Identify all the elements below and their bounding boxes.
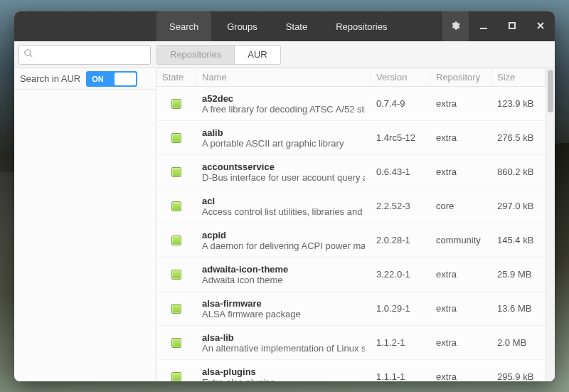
package-size: 295.9 kB [491, 371, 546, 381]
package-name-cell: aclAccess control list utilities, librar… [196, 196, 371, 217]
package-name-cell: accountsserviceD-Bus interface for user … [196, 161, 371, 183]
svg-rect-1 [509, 23, 515, 28]
toolbar: Repositories AUR [14, 41, 555, 68]
search-in-aur-toggle[interactable]: ON [86, 71, 137, 87]
settings-button[interactable] [441, 11, 469, 41]
package-repository: extra [430, 98, 491, 109]
table-row[interactable]: acpidA daemon for delivering ACPI power … [156, 223, 546, 258]
package-size: 13.6 MB [491, 303, 546, 314]
gear-icon [450, 21, 460, 33]
table-row[interactable]: alsa-libAn alternative implementation of… [156, 326, 546, 360]
package-installed-checkbox[interactable] [171, 304, 181, 314]
scrollbar-thumb[interactable] [548, 70, 553, 112]
table-row[interactable]: adwaita-icon-themeAdwaita icon theme3.22… [156, 258, 546, 292]
package-repository: extra [430, 371, 491, 381]
package-state-cell [156, 304, 196, 314]
package-installed-checkbox[interactable] [171, 235, 181, 245]
package-installed-checkbox[interactable] [171, 338, 181, 348]
package-repository: extra [430, 166, 491, 177]
package-name: acl [202, 196, 365, 206]
search-in-aur-row: Search in AUR ON [14, 68, 156, 90]
titlebar-tabs: Search Groups State Repositories [156, 11, 400, 41]
package-name-cell: adwaita-icon-themeAdwaita icon theme [196, 264, 371, 285]
package-name-cell: alsa-pluginsExtra alsa plugins [196, 366, 371, 382]
col-state[interactable]: State [156, 68, 196, 86]
package-name: accountsservice [202, 161, 365, 172]
titlebar-flex [400, 11, 441, 41]
search-icon [23, 48, 33, 60]
search-input-wrap[interactable] [18, 45, 151, 65]
package-description: Adwaita icon theme [202, 275, 365, 285]
table-row[interactable]: aalibA portable ASCII art graphic librar… [156, 121, 546, 155]
col-version[interactable]: Version [371, 68, 430, 86]
package-repository: extra [430, 337, 491, 348]
package-rows: a52decA free library for decoding ATSC A… [156, 87, 546, 381]
package-description: An alternative implementation of Linux s… [202, 343, 365, 354]
table-row[interactable]: alsa-pluginsExtra alsa plugins1.1.1-1ext… [156, 360, 546, 381]
package-name: aalib [202, 127, 365, 138]
package-description: Access control list utilities, libraries… [202, 206, 365, 217]
package-description: D-Bus interface for user account query a… [202, 172, 365, 183]
package-installed-checkbox[interactable] [171, 270, 181, 280]
package-size: 297.0 kB [491, 201, 546, 211]
package-version: 1.1.1-1 [371, 371, 430, 381]
package-name: alsa-lib [202, 332, 365, 343]
package-name-cell: aalibA portable ASCII art graphic librar… [196, 127, 371, 149]
close-icon [536, 21, 546, 33]
col-name[interactable]: Name [196, 68, 371, 86]
package-name: a52dec [202, 93, 365, 104]
tab-repositories[interactable]: Repositories [323, 11, 400, 41]
maximize-icon [507, 21, 517, 33]
package-description: ALSA firmware package [202, 309, 365, 319]
package-version: 0.6.43-1 [371, 166, 430, 177]
maximize-button[interactable] [498, 11, 526, 41]
subtab-aur[interactable]: AUR [234, 46, 280, 64]
search-input[interactable] [36, 49, 156, 60]
package-installed-checkbox[interactable] [171, 133, 181, 143]
svg-rect-0 [480, 28, 487, 29]
search-in-aur-label: Search in AUR [20, 73, 80, 84]
package-list: State Name Version Repository Size a52de… [156, 68, 546, 381]
package-repository: extra [430, 303, 491, 314]
package-state-cell [156, 133, 196, 143]
minimize-button[interactable] [469, 11, 498, 41]
vertical-scrollbar[interactable] [546, 68, 555, 381]
package-installed-checkbox[interactable] [171, 201, 181, 211]
package-description: A portable ASCII art graphic library [202, 138, 365, 149]
tab-groups[interactable]: Groups [214, 11, 270, 41]
toggle-on-label: ON [92, 75, 104, 83]
main-panel: State Name Version Repository Size a52de… [156, 68, 555, 381]
package-description: A daemon for delivering ACPI power manag… [202, 240, 365, 251]
minimize-icon [479, 21, 489, 33]
package-name-cell: alsa-firmwareALSA firmware package [196, 298, 371, 319]
package-state-cell [156, 270, 196, 280]
package-name: alsa-firmware [202, 298, 365, 309]
col-size[interactable]: Size [491, 68, 546, 86]
package-name: acpid [202, 230, 365, 240]
package-installed-checkbox[interactable] [171, 372, 181, 382]
subtab-repositories[interactable]: Repositories [157, 46, 234, 64]
package-state-cell [156, 167, 196, 177]
package-state-cell [156, 201, 196, 211]
package-name: alsa-plugins [202, 366, 365, 377]
titlebar: Search Groups State Repositories [14, 11, 555, 41]
table-row[interactable]: accountsserviceD-Bus interface for user … [156, 155, 546, 189]
package-repository: community [430, 235, 491, 245]
toggle-knob [115, 73, 136, 85]
tab-state[interactable]: State [273, 11, 320, 41]
package-size: 145.4 kB [491, 235, 546, 245]
package-repository: extra [430, 132, 491, 143]
sidebar: Search in AUR ON [14, 68, 156, 381]
table-row[interactable]: alsa-firmwareALSA firmware package1.0.29… [156, 292, 546, 326]
col-repository[interactable]: Repository [430, 68, 491, 86]
package-description: A free library for decoding ATSC A/52 st… [202, 104, 365, 115]
table-row[interactable]: aclAccess control list utilities, librar… [156, 189, 546, 223]
package-installed-checkbox[interactable] [171, 167, 181, 177]
table-row[interactable]: a52decA free library for decoding ATSC A… [156, 87, 546, 121]
package-version: 1.4rc5-12 [371, 132, 430, 143]
tab-search[interactable]: Search [156, 11, 211, 41]
source-subtabs: Repositories AUR [156, 45, 281, 65]
package-installed-checkbox[interactable] [171, 99, 181, 109]
package-state-cell [156, 372, 196, 382]
close-button[interactable] [526, 11, 555, 41]
